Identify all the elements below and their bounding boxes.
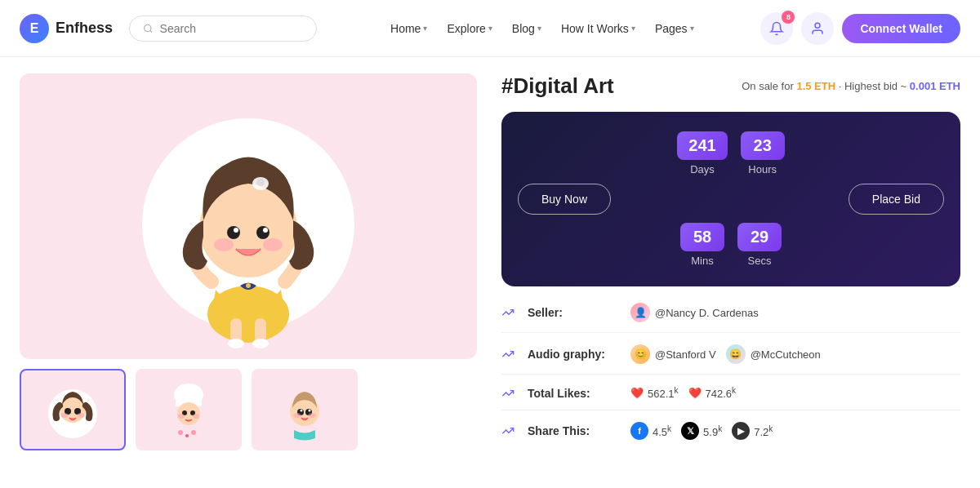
mins-value: 58: [680, 223, 724, 251]
nav-pages[interactable]: Pages ▾: [647, 17, 702, 40]
svg-point-0: [145, 24, 151, 31]
sale-price: 1.5 ETH: [796, 80, 835, 92]
thumbnail-list: [20, 369, 477, 450]
facebook-share[interactable]: f 4.5k: [630, 422, 671, 440]
days-value: 241: [677, 131, 727, 160]
hours-value: 23: [741, 131, 785, 160]
audio-chip-1[interactable]: 😊 @Stanford V: [630, 344, 716, 364]
user-icon: [810, 21, 825, 36]
info-section: Seller: 👤 @Nancy D. Cardenas Audio graph…: [501, 303, 960, 450]
secs-value: 29: [737, 223, 782, 251]
share-value: f 4.5k 𝕏 5.9k ▶ 7.2k: [630, 422, 960, 440]
seller-row: Seller: 👤 @Nancy D. Cardenas: [501, 303, 960, 333]
days-label: Days: [690, 163, 715, 175]
search-icon: [143, 23, 154, 34]
audio-value: 😊 @Stanford V 😄 @McCutcheon: [630, 344, 960, 364]
nft-header: #Digital Art On sale for 1.5 ETH · Highe…: [501, 73, 960, 99]
seller-label: Seller:: [528, 306, 617, 319]
svg-point-13: [227, 226, 240, 239]
sale-info: On sale for 1.5 ETH · Highest bid ~ 0.00…: [742, 80, 960, 92]
chevron-down-icon: ▾: [423, 24, 427, 33]
main-nav: Home ▾ Explore ▾ Blog ▾ How It Works ▾ P…: [382, 17, 702, 40]
svg-point-17: [214, 238, 234, 251]
right-panel: #Digital Art On sale for 1.5 ETH · Highe…: [501, 73, 960, 472]
audio-avatar-1: 😊: [630, 344, 650, 364]
timer-days: 241 Days: [677, 131, 727, 175]
nft-title: #Digital Art: [501, 73, 614, 99]
facebook-icon: f: [630, 422, 648, 440]
svg-point-25: [77, 413, 85, 418]
svg-point-34: [178, 430, 183, 435]
thumbnail-3[interactable]: [252, 369, 358, 450]
svg-point-12: [256, 178, 265, 186]
timer-secs: 29 Secs: [737, 223, 782, 267]
notification-badge: 8: [782, 11, 795, 24]
nft-main-image: [20, 73, 477, 359]
share-label: Share This:: [528, 424, 617, 437]
seller-name: @Nancy D. Cardenas: [655, 307, 759, 319]
likes-count-2: 742.6k: [706, 386, 737, 400]
svg-point-44: [308, 413, 316, 418]
place-bid-button[interactable]: Place Bid: [849, 184, 944, 215]
like-chip-1: ❤️ 562.1k: [630, 386, 679, 400]
twitter-share[interactable]: 𝕏 5.9k: [681, 422, 722, 440]
svg-point-19: [246, 283, 251, 288]
nav-blog[interactable]: Blog ▾: [504, 17, 550, 40]
svg-point-41: [301, 410, 303, 412]
timer-bottom-row: 58 Mins 29 Secs: [680, 223, 782, 267]
audio-chip-2[interactable]: 😄 @McCutcheon: [726, 344, 821, 364]
notification-button[interactable]: 8: [760, 12, 793, 45]
header: E Enfhess Home ▾ Explore ▾ Blog ▾ How It…: [0, 0, 980, 57]
bid-price: 0.001 ETH: [910, 80, 960, 92]
seller-chip[interactable]: 👤 @Nancy D. Cardenas: [630, 303, 759, 322]
audio-label: Audio graphy:: [528, 348, 617, 361]
svg-point-32: [178, 414, 185, 419]
likes-count-1: 562.1k: [648, 386, 679, 400]
timer-hours: 23 Hours: [741, 131, 785, 175]
trending-icon: [501, 348, 514, 361]
audio-row: Audio graphy: 😊 @Stanford V 😄 @McCutcheo…: [501, 344, 960, 375]
svg-line-1: [150, 30, 152, 32]
thumbnail-1[interactable]: [20, 369, 126, 450]
likes-row: Total Likes: ❤️ 562.1k ❤️ 742.6k: [501, 386, 960, 410]
search-input[interactable]: [160, 22, 303, 35]
nft-illustration: [109, 78, 387, 355]
likes-label: Total Likes:: [528, 387, 617, 400]
svg-point-36: [191, 430, 196, 435]
nav-how-it-works[interactable]: How It Works ▾: [553, 17, 644, 40]
audio-name-2: @McCutcheon: [751, 348, 821, 361]
yt-count: 7.2k: [754, 424, 773, 438]
main-content: #Digital Art On sale for 1.5 ETH · Highe…: [0, 57, 980, 488]
logo-icon: E: [20, 14, 49, 43]
mins-label: Mins: [691, 255, 713, 267]
thumbnail-2[interactable]: [136, 369, 242, 450]
svg-point-14: [256, 226, 270, 239]
svg-point-33: [193, 414, 199, 419]
svg-point-43: [293, 413, 301, 418]
svg-point-42: [309, 410, 311, 412]
trending-icon: [501, 387, 514, 400]
like-chip-2: ❤️ 742.6k: [688, 386, 737, 400]
nav-home[interactable]: Home ▾: [382, 17, 435, 40]
svg-point-18: [263, 238, 283, 251]
connect-wallet-button[interactable]: Connect Wallet: [842, 14, 960, 43]
svg-point-2: [815, 23, 820, 28]
svg-point-16: [263, 228, 268, 233]
youtube-share[interactable]: ▶ 7.2k: [732, 422, 773, 440]
secs-label: Secs: [748, 255, 772, 267]
sale-label: On sale for: [742, 80, 794, 92]
logo-text: Enfhess: [56, 20, 113, 37]
heart-icon-1: ❤️: [630, 387, 644, 399]
header-actions: 8 Connect Wallet: [760, 12, 960, 45]
logo[interactable]: E Enfhess: [20, 14, 113, 43]
youtube-icon: ▶: [732, 422, 750, 440]
chevron-down-icon: ▾: [488, 24, 492, 33]
nav-explore[interactable]: Explore ▾: [439, 17, 500, 40]
trending-icon: [501, 306, 514, 319]
buy-now-button[interactable]: Buy Now: [518, 184, 611, 215]
fb-count: 4.5k: [653, 424, 671, 438]
user-profile-button[interactable]: [801, 12, 834, 45]
svg-point-29: [177, 402, 200, 425]
timer-mins: 58 Mins: [680, 223, 724, 267]
search-box[interactable]: [129, 16, 317, 42]
